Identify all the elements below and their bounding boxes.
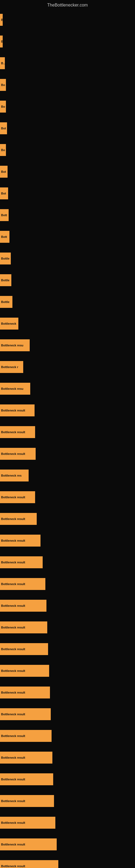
- bar-14: Bottleneck: [0, 318, 18, 330]
- bar-label-26: Bottleneck result: [1, 582, 25, 586]
- bar-label-32: Bottleneck result: [1, 713, 25, 716]
- bar-row-24: Bottleneck result: [0, 530, 135, 552]
- bar-18: Bottleneck result: [0, 404, 35, 416]
- bar-6: Bo: [0, 144, 6, 156]
- bar-4: Bo: [0, 101, 6, 113]
- bar-label-4: Bo: [1, 105, 5, 108]
- bars-container: BBBoBoBoBotBoBotBotBottBottBottleBottleB…: [0, 9, 135, 868]
- bar-36: Bottleneck result: [0, 795, 54, 807]
- bar-5: Bot: [0, 122, 7, 134]
- bar-row-32: Bottleneck result: [0, 703, 135, 725]
- bar-row-12: Bottle: [0, 269, 135, 291]
- bar-26: Bottleneck result: [0, 578, 45, 590]
- bar-row-31: Bottleneck result: [0, 682, 135, 703]
- bar-25: Bottleneck result: [0, 556, 43, 568]
- bar-row-34: Bottleneck result: [0, 747, 135, 769]
- bar-label-23: Bottleneck result: [1, 517, 25, 521]
- bar-row-3: Bo: [0, 74, 135, 96]
- bar-row-4: Bo: [0, 96, 135, 118]
- bar-30: Bottleneck result: [0, 665, 49, 677]
- bar-7: Bot: [0, 166, 8, 178]
- bar-row-26: Bottleneck result: [0, 573, 135, 595]
- bar-label-30: Bottleneck result: [1, 669, 25, 673]
- bar-row-10: Bott: [0, 226, 135, 248]
- bar-label-21: Bottleneck res: [1, 474, 21, 477]
- bar-9: Bott: [0, 209, 9, 221]
- bar-28: Bottleneck result: [0, 621, 47, 633]
- bar-label-39: Bottleneck result: [1, 865, 25, 868]
- bar-label-5: Bot: [1, 127, 6, 130]
- bar-label-20: Bottleneck result: [1, 452, 25, 456]
- bar-23: Bottleneck result: [0, 513, 37, 525]
- bar-row-15: Bottleneck resu: [0, 335, 135, 356]
- bar-label-28: Bottleneck result: [1, 626, 25, 629]
- bar-24: Bottleneck result: [0, 535, 41, 547]
- bar-row-8: Bot: [0, 183, 135, 204]
- bar-row-17: Bottleneck resu: [0, 378, 135, 400]
- site-title: TheBottlenecker.com: [0, 0, 135, 9]
- bar-35: Bottleneck result: [0, 773, 53, 785]
- bar-row-38: Bottleneck result: [0, 834, 135, 855]
- bar-label-16: Bottleneck r: [1, 365, 18, 369]
- bar-row-13: Bottle: [0, 291, 135, 313]
- bar-12: Bottle: [0, 274, 11, 286]
- bar-row-25: Bottleneck result: [0, 552, 135, 573]
- bar-row-23: Bottleneck result: [0, 508, 135, 530]
- bar-row-36: Bottleneck result: [0, 790, 135, 812]
- bar-label-14: Bottleneck: [1, 322, 16, 325]
- bar-row-7: Bot: [0, 161, 135, 183]
- bar-16: Bottleneck r: [0, 361, 23, 373]
- bar-label-34: Bottleneck result: [1, 756, 25, 759]
- bar-label-17: Bottleneck resu: [1, 387, 24, 390]
- bar-32: Bottleneck result: [0, 708, 51, 720]
- bar-label-0: B: [1, 18, 3, 22]
- bar-row-18: Bottleneck result: [0, 400, 135, 421]
- bar-0: B: [0, 14, 3, 26]
- bar-label-24: Bottleneck result: [1, 539, 25, 542]
- bar-13: Bottle: [0, 296, 12, 308]
- bar-row-27: Bottleneck result: [0, 595, 135, 617]
- bar-label-7: Bot: [1, 170, 6, 173]
- bar-label-1: B: [1, 40, 3, 43]
- bar-29: Bottleneck result: [0, 643, 48, 655]
- bar-row-2: Bo: [0, 52, 135, 74]
- bar-label-13: Bottle: [1, 300, 9, 304]
- bar-label-10: Bott: [1, 235, 7, 239]
- bar-row-35: Bottleneck result: [0, 769, 135, 790]
- bar-label-6: Bo: [1, 148, 5, 152]
- bar-1: B: [0, 35, 3, 48]
- bar-2: Bo: [0, 57, 5, 69]
- bar-31: Bottleneck result: [0, 686, 50, 699]
- bar-row-6: Bo: [0, 139, 135, 161]
- bar-row-39: Bottleneck result: [0, 855, 135, 868]
- bar-row-11: Bottle: [0, 248, 135, 269]
- bar-row-22: Bottleneck result: [0, 486, 135, 508]
- bar-3: Bo: [0, 79, 6, 91]
- bar-34: Bottleneck result: [0, 752, 52, 764]
- bar-label-31: Bottleneck result: [1, 691, 25, 694]
- bar-label-35: Bottleneck result: [1, 778, 25, 781]
- bar-15: Bottleneck resu: [0, 339, 30, 351]
- bar-21: Bottleneck res: [0, 469, 29, 482]
- bar-label-15: Bottleneck resu: [1, 344, 24, 347]
- bar-22: Bottleneck result: [0, 491, 35, 503]
- bar-17: Bottleneck resu: [0, 383, 30, 395]
- bar-20: Bottleneck result: [0, 448, 36, 460]
- bar-row-9: Bott: [0, 204, 135, 226]
- bar-label-12: Bottle: [1, 279, 9, 282]
- bar-label-9: Bott: [1, 214, 7, 217]
- bar-27: Bottleneck result: [0, 600, 46, 612]
- bar-label-37: Bottleneck result: [1, 821, 25, 824]
- bar-39: Bottleneck result: [0, 860, 58, 868]
- bar-19: Bottleneck result: [0, 426, 35, 438]
- bar-label-18: Bottleneck result: [1, 409, 25, 412]
- bar-33: Bottleneck result: [0, 730, 52, 742]
- bar-row-21: Bottleneck res: [0, 465, 135, 486]
- bar-10: Bott: [0, 231, 9, 243]
- bar-label-38: Bottleneck result: [1, 843, 25, 846]
- bar-label-8: Bot: [1, 192, 6, 195]
- bar-label-3: Bo: [1, 83, 5, 87]
- bar-row-37: Bottleneck result: [0, 812, 135, 834]
- bar-38: Bottleneck result: [0, 838, 57, 850]
- bar-label-27: Bottleneck result: [1, 604, 25, 607]
